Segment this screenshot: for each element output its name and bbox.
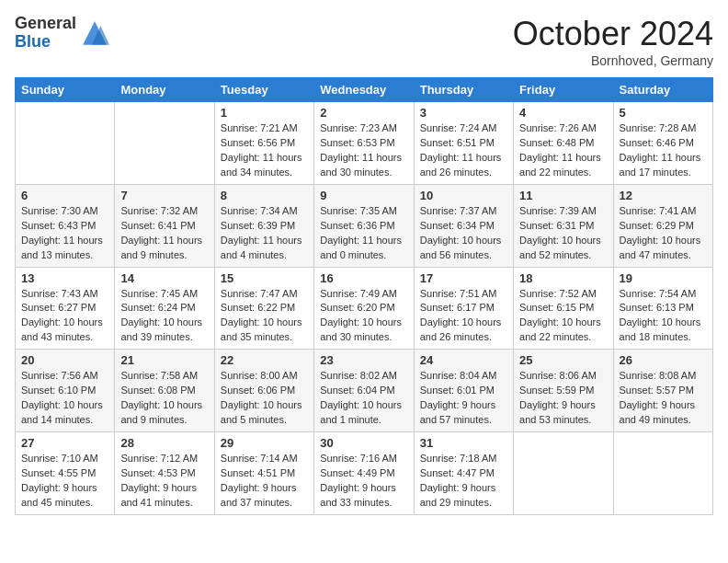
day-detail: Sunrise: 7:12 AM Sunset: 4:53 PM Dayligh… xyxy=(120,452,208,511)
header-friday: Friday xyxy=(514,78,613,102)
day-number: 28 xyxy=(120,436,208,450)
day-number: 30 xyxy=(320,436,407,450)
day-detail: Sunrise: 7:24 AM Sunset: 6:51 PM Dayligh… xyxy=(420,121,507,180)
logo-icon xyxy=(80,18,109,48)
day-number: 22 xyxy=(221,353,308,367)
calendar-cell xyxy=(115,102,214,185)
day-detail: Sunrise: 7:21 AM Sunset: 6:56 PM Dayligh… xyxy=(221,121,308,180)
day-detail: Sunrise: 7:47 AM Sunset: 6:22 PM Dayligh… xyxy=(221,287,308,346)
day-detail: Sunrise: 7:34 AM Sunset: 6:39 PM Dayligh… xyxy=(221,204,308,263)
calendar-cell: 3Sunrise: 7:24 AM Sunset: 6:51 PM Daylig… xyxy=(414,102,513,185)
day-detail: Sunrise: 7:35 AM Sunset: 6:36 PM Dayligh… xyxy=(320,204,407,263)
calendar-cell: 17Sunrise: 7:51 AM Sunset: 6:17 PM Dayli… xyxy=(414,267,513,350)
week-row-4: 27Sunrise: 7:10 AM Sunset: 4:55 PM Dayli… xyxy=(16,432,713,515)
day-number: 11 xyxy=(519,189,607,202)
calendar-cell: 6Sunrise: 7:30 AM Sunset: 6:43 PM Daylig… xyxy=(16,184,115,267)
day-detail: Sunrise: 7:52 AM Sunset: 6:15 PM Dayligh… xyxy=(519,287,607,346)
day-detail: Sunrise: 7:18 AM Sunset: 4:47 PM Dayligh… xyxy=(420,452,507,511)
logo-blue: Blue xyxy=(15,33,76,52)
calendar-cell xyxy=(613,432,712,515)
page-header: General Blue October 2024 Bornhoved, Ger… xyxy=(15,15,713,68)
day-detail: Sunrise: 7:54 AM Sunset: 6:13 PM Dayligh… xyxy=(620,287,707,346)
location: Bornhoved, Germany xyxy=(513,53,713,68)
day-number: 13 xyxy=(21,271,108,285)
day-detail: Sunrise: 8:08 AM Sunset: 5:57 PM Dayligh… xyxy=(620,369,707,428)
calendar-cell xyxy=(514,432,613,515)
day-detail: Sunrise: 8:00 AM Sunset: 6:06 PM Dayligh… xyxy=(221,369,308,428)
day-detail: Sunrise: 7:58 AM Sunset: 6:08 PM Dayligh… xyxy=(120,369,208,428)
header-tuesday: Tuesday xyxy=(214,78,313,102)
calendar-cell: 28Sunrise: 7:12 AM Sunset: 4:53 PM Dayli… xyxy=(115,432,214,515)
day-detail: Sunrise: 7:28 AM Sunset: 6:46 PM Dayligh… xyxy=(620,121,707,180)
day-number: 27 xyxy=(21,436,108,450)
day-number: 24 xyxy=(420,353,507,367)
day-number: 21 xyxy=(120,353,208,367)
header-thursday: Thursday xyxy=(414,78,513,102)
day-number: 5 xyxy=(620,106,707,120)
day-number: 9 xyxy=(320,189,407,202)
day-number: 26 xyxy=(620,353,707,367)
day-detail: Sunrise: 7:37 AM Sunset: 6:34 PM Dayligh… xyxy=(420,204,507,263)
day-number: 25 xyxy=(519,353,607,367)
week-row-3: 20Sunrise: 7:56 AM Sunset: 6:10 PM Dayli… xyxy=(16,350,713,432)
calendar-cell: 5Sunrise: 7:28 AM Sunset: 6:46 PM Daylig… xyxy=(613,102,712,185)
day-number: 16 xyxy=(320,271,407,285)
calendar-cell: 27Sunrise: 7:10 AM Sunset: 4:55 PM Dayli… xyxy=(16,432,115,515)
calendar-cell xyxy=(16,102,115,185)
month-title: October 2024 xyxy=(513,15,713,53)
week-row-1: 6Sunrise: 7:30 AM Sunset: 6:43 PM Daylig… xyxy=(16,184,713,267)
calendar-cell: 10Sunrise: 7:37 AM Sunset: 6:34 PM Dayli… xyxy=(414,184,513,267)
day-number: 4 xyxy=(519,106,607,120)
calendar-cell: 11Sunrise: 7:39 AM Sunset: 6:31 PM Dayli… xyxy=(514,184,613,267)
day-number: 19 xyxy=(620,271,707,285)
day-detail: Sunrise: 7:43 AM Sunset: 6:27 PM Dayligh… xyxy=(21,287,108,346)
header-sunday: Sunday xyxy=(16,78,115,102)
calendar-cell: 12Sunrise: 7:41 AM Sunset: 6:29 PM Dayli… xyxy=(613,184,712,267)
day-number: 3 xyxy=(420,106,507,120)
day-detail: Sunrise: 7:26 AM Sunset: 6:48 PM Dayligh… xyxy=(519,121,607,180)
day-detail: Sunrise: 7:45 AM Sunset: 6:24 PM Dayligh… xyxy=(120,287,208,346)
calendar-cell: 23Sunrise: 8:02 AM Sunset: 6:04 PM Dayli… xyxy=(314,350,414,432)
calendar-cell: 9Sunrise: 7:35 AM Sunset: 6:36 PM Daylig… xyxy=(314,184,414,267)
calendar-cell: 1Sunrise: 7:21 AM Sunset: 6:56 PM Daylig… xyxy=(214,102,313,185)
logo: General Blue xyxy=(15,15,109,52)
logo-general: General xyxy=(15,15,76,33)
day-number: 20 xyxy=(21,353,108,367)
calendar-table: SundayMondayTuesdayWednesdayThursdayFrid… xyxy=(15,77,713,515)
calendar-cell: 14Sunrise: 7:45 AM Sunset: 6:24 PM Dayli… xyxy=(115,267,214,350)
day-detail: Sunrise: 7:32 AM Sunset: 6:41 PM Dayligh… xyxy=(120,204,208,263)
day-number: 7 xyxy=(120,189,208,202)
calendar-cell: 22Sunrise: 8:00 AM Sunset: 6:06 PM Dayli… xyxy=(214,350,313,432)
day-detail: Sunrise: 8:02 AM Sunset: 6:04 PM Dayligh… xyxy=(320,369,407,428)
calendar-cell: 21Sunrise: 7:58 AM Sunset: 6:08 PM Dayli… xyxy=(115,350,214,432)
day-detail: Sunrise: 7:39 AM Sunset: 6:31 PM Dayligh… xyxy=(519,204,607,263)
week-row-0: 1Sunrise: 7:21 AM Sunset: 6:56 PM Daylig… xyxy=(16,102,713,185)
calendar-cell: 19Sunrise: 7:54 AM Sunset: 6:13 PM Dayli… xyxy=(613,267,712,350)
day-detail: Sunrise: 7:14 AM Sunset: 4:51 PM Dayligh… xyxy=(221,452,308,511)
day-detail: Sunrise: 7:10 AM Sunset: 4:55 PM Dayligh… xyxy=(21,452,108,511)
day-detail: Sunrise: 7:41 AM Sunset: 6:29 PM Dayligh… xyxy=(620,204,707,263)
calendar-cell: 24Sunrise: 8:04 AM Sunset: 6:01 PM Dayli… xyxy=(414,350,513,432)
title-block: October 2024 Bornhoved, Germany xyxy=(513,15,713,68)
calendar-cell: 13Sunrise: 7:43 AM Sunset: 6:27 PM Dayli… xyxy=(16,267,115,350)
week-row-2: 13Sunrise: 7:43 AM Sunset: 6:27 PM Dayli… xyxy=(16,267,713,350)
day-number: 2 xyxy=(320,106,407,120)
calendar-header: SundayMondayTuesdayWednesdayThursdayFrid… xyxy=(16,78,713,102)
calendar-cell: 7Sunrise: 7:32 AM Sunset: 6:41 PM Daylig… xyxy=(115,184,214,267)
day-detail: Sunrise: 7:49 AM Sunset: 6:20 PM Dayligh… xyxy=(320,287,407,346)
day-number: 29 xyxy=(221,436,308,450)
day-detail: Sunrise: 7:23 AM Sunset: 6:53 PM Dayligh… xyxy=(320,121,407,180)
calendar-cell: 4Sunrise: 7:26 AM Sunset: 6:48 PM Daylig… xyxy=(514,102,613,185)
header-saturday: Saturday xyxy=(613,78,712,102)
day-number: 10 xyxy=(420,189,507,202)
day-detail: Sunrise: 8:04 AM Sunset: 6:01 PM Dayligh… xyxy=(420,369,507,428)
calendar-body: 1Sunrise: 7:21 AM Sunset: 6:56 PM Daylig… xyxy=(16,102,713,515)
day-number: 18 xyxy=(519,271,607,285)
day-number: 17 xyxy=(420,271,507,285)
calendar-cell: 26Sunrise: 8:08 AM Sunset: 5:57 PM Dayli… xyxy=(613,350,712,432)
calendar-cell: 30Sunrise: 7:16 AM Sunset: 4:49 PM Dayli… xyxy=(314,432,414,515)
calendar-cell: 8Sunrise: 7:34 AM Sunset: 6:39 PM Daylig… xyxy=(214,184,313,267)
day-detail: Sunrise: 8:06 AM Sunset: 5:59 PM Dayligh… xyxy=(519,369,607,428)
calendar-cell: 2Sunrise: 7:23 AM Sunset: 6:53 PM Daylig… xyxy=(314,102,414,185)
day-number: 8 xyxy=(221,189,308,202)
